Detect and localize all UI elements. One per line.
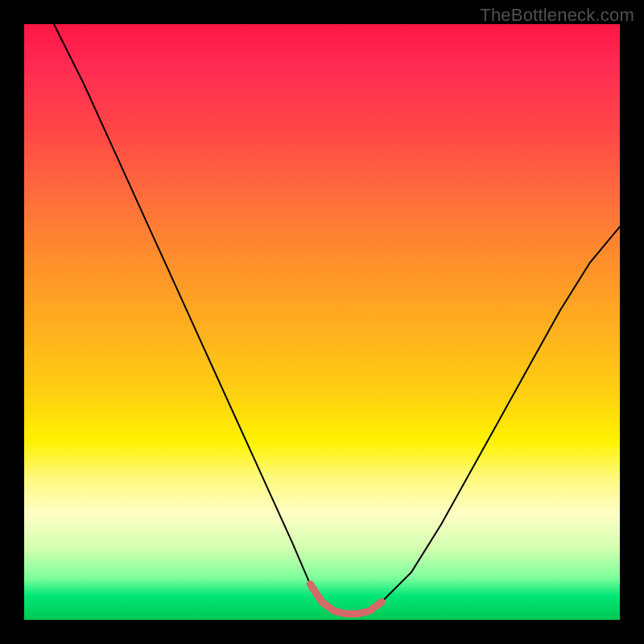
watermark-text: TheBottleneck.com — [480, 5, 634, 26]
bottleneck-curve — [54, 24, 620, 614]
plot-area — [24, 24, 620, 620]
chart-frame: TheBottleneck.com — [0, 0, 644, 644]
highlight-band — [310, 584, 382, 614]
chart-svg — [24, 24, 620, 620]
